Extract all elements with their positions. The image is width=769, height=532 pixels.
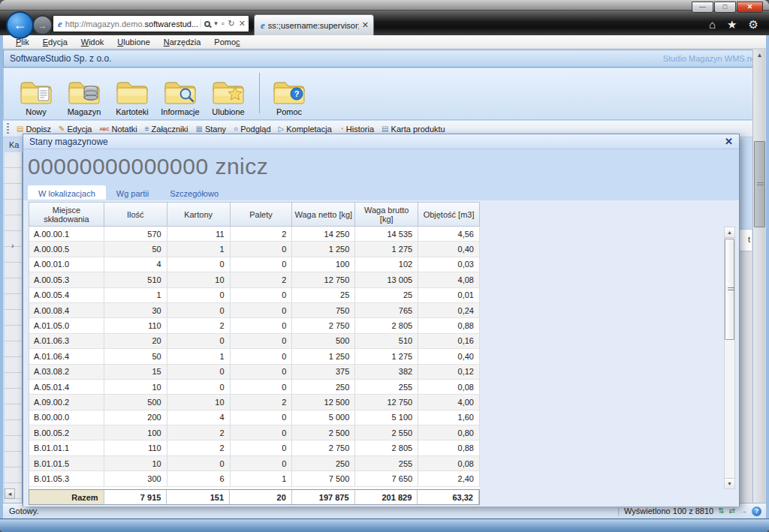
action-toolbar-item[interactable]: ▦ Stany [196, 125, 227, 134]
home-icon[interactable]: ⌂ [709, 19, 716, 30]
expand-chevron-icon[interactable]: › [11, 241, 14, 250]
browser-tab[interactable]: e ss:;username:supervisor; us... ✕ [254, 14, 374, 35]
toolbar-item-label: Ulubione [212, 107, 244, 116]
table-row[interactable]: A.00.08.4 30 0 0 750 765 0,24 [29, 303, 480, 318]
action-toolbar-item[interactable]: ▤ Karta produktu [381, 125, 445, 134]
table-row[interactable]: A.03.08.2 15 0 0 375 382 0,12 [29, 365, 480, 380]
chevron-down-icon[interactable]: ▾ [214, 20, 218, 27]
table-row[interactable]: A.05.01.4 10 0 0 250 255 0,08 [29, 380, 480, 395]
toolbar-folder-item[interactable]: ? Ulubione [205, 78, 252, 116]
toolbar-folder-item[interactable]: ? Magazyn [61, 78, 107, 116]
tab-wg-partii[interactable]: Wg partii [106, 185, 159, 200]
transfer-icon[interactable]: ⇄ [729, 507, 735, 515]
column-header[interactable]: Kartony [167, 203, 231, 227]
table-row[interactable]: B.00.00.0 200 4 0 5 000 5 100 1,60 [29, 410, 480, 425]
action-toolbar-item[interactable]: ◔ Historia [339, 125, 374, 134]
action-toolbar-item[interactable]: ✎ Edycja [59, 125, 92, 134]
table-row[interactable]: A.01.06.4 50 1 0 1 250 1 275 0,40 [29, 349, 480, 364]
window-title-bar[interactable] [0, 0, 769, 11]
column-header[interactable]: Objętość [m3] [418, 203, 480, 227]
refresh-icon[interactable]: ↻ [228, 20, 235, 28]
column-header[interactable]: Palety [231, 203, 293, 227]
table-row[interactable]: A.00.05.3 510 10 2 12 750 13 005 4,08 [29, 272, 480, 287]
action-item-icon: ABC [100, 127, 110, 131]
toolbar-item-label: Magazyn [68, 107, 101, 116]
scroll-up-icon[interactable]: ▲ [725, 227, 734, 238]
hscroll-left-arrow[interactable]: ◂ [5, 488, 15, 499]
compatibility-view-icon[interactable]: ▫ [222, 20, 225, 28]
menu-item[interactable]: Pomoc [207, 38, 246, 47]
table-row[interactable]: B.01.05.3 300 6 1 7 500 7 650 2,40 [29, 471, 480, 486]
totals-value: 151 [167, 490, 230, 504]
gear-icon[interactable]: ⚙ [749, 19, 758, 30]
action-toolbar-item[interactable]: ▷ Kompletacja [279, 125, 332, 134]
scroll-down-icon[interactable]: ▼ [725, 478, 734, 488]
table-scrollbar-thumb[interactable] [725, 239, 734, 340]
toolbar-folder-item[interactable]: ? Kartoteki [109, 78, 155, 116]
stop-icon[interactable]: ✕ [239, 20, 246, 28]
sort-icon[interactable]: ⇅ [718, 507, 724, 515]
table-row[interactable]: A.01.05.0 110 2 0 2 750 2 805 0,88 [29, 318, 480, 333]
table-row[interactable]: A.09.00.2 500 10 2 12 500 12 750 4,00 [29, 395, 480, 410]
action-item-icon: ≡ [145, 125, 149, 133]
search-icon[interactable] [204, 21, 210, 27]
toolbar-drag-handle[interactable] [7, 123, 9, 135]
menu-item[interactable]: Ulubione [110, 38, 156, 47]
action-toolbar-item[interactable]: ≡ Załączniki [145, 125, 188, 134]
forward-button[interactable]: → [32, 15, 53, 35]
left-arrow-icon: ◂ [8, 490, 12, 497]
table-row[interactable]: A.00.05.4 1 0 0 25 25 0,01 [29, 288, 480, 303]
action-toolbar-item[interactable]: ▤ Dopisz [17, 125, 51, 134]
maximize-button[interactable]: □ [714, 2, 736, 13]
action-item-label: Notatki [112, 125, 137, 134]
close-button[interactable]: ✕ [737, 2, 763, 13]
toolbar-item-label: Kartoteki [116, 107, 148, 116]
background-right-sliver: t [740, 137, 752, 518]
toolbar-folder-item[interactable]: ? Informacje [157, 78, 204, 116]
menu-item[interactable]: Edycja [36, 38, 74, 47]
toolbar-folder-item[interactable]: ? Nowy [13, 78, 59, 116]
scroll-up-icon[interactable]: ▲ [753, 50, 766, 61]
favorites-star-icon[interactable]: ★ [727, 19, 737, 30]
table-row[interactable]: B.00.05.2 100 2 0 2 500 2 550 0,80 [29, 425, 480, 440]
menu-item[interactable]: Widok [74, 38, 111, 47]
page-scrollbar-thumb[interactable] [754, 141, 765, 227]
records-shown-text: Wyświetlono 100 z 8810 [624, 506, 713, 515]
table-row[interactable]: B.01.01.1 110 2 0 2 750 2 805 0,88 [29, 440, 480, 455]
action-toolbar-item[interactable]: ABC Notatki [100, 125, 137, 134]
restore-icon: □ [723, 4, 727, 11]
status-text: Gotowy. [3, 506, 617, 515]
action-toolbar-item[interactable]: ○ Podgląd [234, 125, 270, 134]
column-header[interactable]: Miejsce składowania [29, 203, 104, 227]
truncated-header-text: t [748, 235, 750, 244]
table-body: A.00.00.1 570 11 2 14 250 14 535 4,56 A.… [29, 227, 480, 489]
modal-close-icon[interactable]: ✕ [725, 136, 733, 147]
action-item-label: Edycja [67, 125, 92, 134]
table-row[interactable]: A.00.00.1 570 11 2 14 250 14 535 4,56 [29, 227, 480, 242]
modal-title-bar[interactable]: Stany magazynowe ✕ [23, 134, 739, 149]
column-header[interactable]: Ilość [104, 203, 167, 227]
address-bar[interactable]: e http://magazyn.demo.softwarestud... ▾ … [53, 15, 249, 32]
table-row[interactable]: A.00.00.5 50 1 0 1 250 1 275 0,40 [29, 242, 480, 257]
folder-icon: ? [67, 78, 101, 107]
column-header[interactable]: Waga brutto [kg] [355, 203, 418, 227]
table-vertical-scrollbar[interactable]: ▲ ▼ [724, 227, 735, 489]
menu-item[interactable]: Narzędzia [157, 38, 208, 47]
action-item-label: Załączniki [152, 125, 188, 134]
tab-szczegolowo[interactable]: Szczegółowo [159, 185, 229, 200]
page-vertical-scrollbar[interactable]: ▲ ▼ [752, 50, 765, 518]
company-name: SoftwareStudio Sp. z o.o. [10, 53, 111, 64]
tab-close-icon[interactable]: ✕ [362, 20, 369, 30]
url-text[interactable]: http://magazyn.demo.softwarestud... [65, 20, 201, 29]
toolbar-folder-item-help[interactable]: ? Pomoc [266, 78, 312, 116]
back-button[interactable]: ← [6, 11, 34, 39]
table-row[interactable]: A.00.01.0 4 0 0 100 102 0,03 [29, 257, 480, 272]
tab-w-lokalizacjach[interactable]: W lokalizacjach [28, 185, 106, 200]
send-icon[interactable]: → [740, 507, 747, 515]
table-row[interactable]: B.01.01.5 10 0 0 250 255 0,08 [29, 456, 480, 471]
table-row[interactable]: A.01.06.3 20 0 0 500 510 0,16 [29, 334, 480, 349]
column-header[interactable]: Waga netto [kg] [292, 203, 355, 227]
minimize-button[interactable]: — [692, 2, 713, 13]
help-icon[interactable]: ? [752, 506, 761, 516]
stock-table: Miejsce składowania Ilość Kartony Palety… [29, 202, 480, 505]
